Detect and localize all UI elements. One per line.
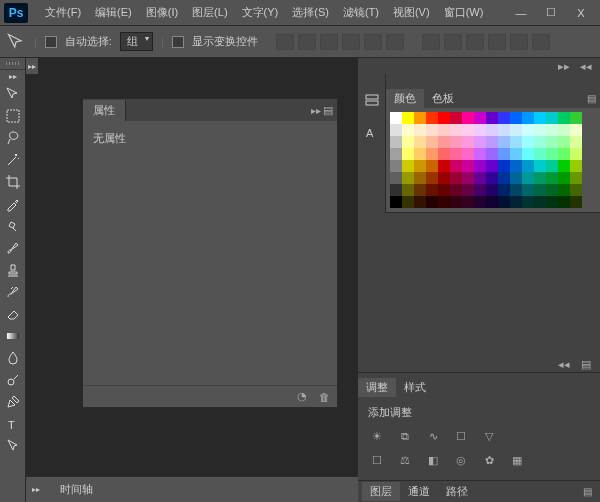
menu-select[interactable]: 选择(S) bbox=[285, 5, 336, 20]
color-swatch[interactable] bbox=[498, 172, 510, 184]
color-swatch[interactable] bbox=[546, 184, 558, 196]
window-close-button[interactable]: X bbox=[566, 0, 596, 26]
color-swatch[interactable] bbox=[402, 172, 414, 184]
color-swatch[interactable] bbox=[390, 196, 402, 208]
distribute-hcenter-icon[interactable] bbox=[510, 34, 528, 50]
move-tool-icon[interactable] bbox=[6, 32, 26, 52]
color-swatch[interactable] bbox=[498, 184, 510, 196]
window-minimize-button[interactable]: — bbox=[506, 0, 536, 26]
color-swatch[interactable] bbox=[558, 148, 570, 160]
color-swatch[interactable] bbox=[498, 148, 510, 160]
color-swatch[interactable] bbox=[534, 136, 546, 148]
stamp-tool[interactable] bbox=[1, 259, 25, 281]
color-swatch[interactable] bbox=[402, 136, 414, 148]
color-swatch[interactable] bbox=[546, 172, 558, 184]
color-swatch[interactable] bbox=[402, 112, 414, 124]
color-swatch[interactable] bbox=[450, 124, 462, 136]
exposure-icon[interactable]: ☐ bbox=[452, 428, 470, 444]
color-swatch[interactable] bbox=[522, 124, 534, 136]
color-swatch[interactable] bbox=[462, 136, 474, 148]
color-swatch[interactable] bbox=[570, 172, 582, 184]
wand-tool[interactable] bbox=[1, 149, 25, 171]
clip-icon[interactable]: ◔ bbox=[295, 390, 309, 404]
color-swatch[interactable] bbox=[486, 112, 498, 124]
color-swatch[interactable] bbox=[402, 160, 414, 172]
color-swatch[interactable] bbox=[546, 196, 558, 208]
color-swatch[interactable] bbox=[414, 148, 426, 160]
color-swatch[interactable] bbox=[462, 172, 474, 184]
canvas[interactable]: ▸▸ 属性 ▸▸ ▤ 无属性 ◔ 🗑 bbox=[26, 58, 358, 476]
layers-tab[interactable]: 图层 bbox=[362, 482, 400, 501]
channels-tab[interactable]: 通道 bbox=[400, 482, 438, 501]
swatch-tab[interactable]: 色板 bbox=[424, 89, 462, 108]
timeline-expand-icon[interactable]: ▸▸ bbox=[32, 485, 40, 494]
color-swatch[interactable] bbox=[486, 124, 498, 136]
menu-edit[interactable]: 编辑(E) bbox=[88, 5, 139, 20]
styles-tab[interactable]: 样式 bbox=[396, 378, 434, 397]
color-swatch[interactable] bbox=[534, 124, 546, 136]
color-swatch[interactable] bbox=[462, 148, 474, 160]
color-swatch[interactable] bbox=[426, 184, 438, 196]
menu-image[interactable]: 图像(I) bbox=[139, 5, 185, 20]
color-swatch[interactable] bbox=[546, 112, 558, 124]
distribute-right-icon[interactable] bbox=[532, 34, 550, 50]
align-bottom-icon[interactable] bbox=[320, 34, 338, 50]
color-swatch[interactable] bbox=[450, 184, 462, 196]
color-swatch[interactable] bbox=[474, 112, 486, 124]
distribute-top-icon[interactable] bbox=[422, 34, 440, 50]
collapse-icon[interactable]: ▸▸ bbox=[556, 59, 572, 73]
brush-tool[interactable] bbox=[1, 237, 25, 259]
color-tab[interactable]: 颜色 bbox=[386, 89, 424, 108]
color-swatch[interactable] bbox=[462, 184, 474, 196]
distribute-left-icon[interactable] bbox=[488, 34, 506, 50]
color-swatch[interactable] bbox=[522, 136, 534, 148]
color-swatch[interactable] bbox=[438, 172, 450, 184]
color-swatch[interactable] bbox=[390, 148, 402, 160]
crop-tool[interactable] bbox=[1, 171, 25, 193]
color-swatch[interactable] bbox=[426, 196, 438, 208]
panel-menu-icon[interactable]: ▸▸ ▤ bbox=[311, 104, 333, 117]
color-swatch[interactable] bbox=[522, 112, 534, 124]
color-swatch[interactable] bbox=[522, 160, 534, 172]
distribute-vcenter-icon[interactable] bbox=[444, 34, 462, 50]
align-right-icon[interactable] bbox=[386, 34, 404, 50]
color-swatch[interactable] bbox=[534, 112, 546, 124]
color-swatch[interactable] bbox=[486, 148, 498, 160]
tools-grip[interactable] bbox=[0, 58, 25, 70]
show-transform-checkbox[interactable] bbox=[172, 36, 184, 48]
eraser-tool[interactable] bbox=[1, 303, 25, 325]
color-swatch[interactable] bbox=[474, 148, 486, 160]
color-swatch[interactable] bbox=[510, 124, 522, 136]
color-swatch[interactable] bbox=[414, 160, 426, 172]
color-swatch[interactable] bbox=[462, 160, 474, 172]
collapse-icon-2[interactable]: ◂◂ bbox=[578, 59, 594, 73]
color-swatch[interactable] bbox=[450, 112, 462, 124]
character-icon[interactable]: A bbox=[362, 122, 382, 142]
menu-view[interactable]: 视图(V) bbox=[386, 5, 437, 20]
color-swatch[interactable] bbox=[414, 136, 426, 148]
color-swatch[interactable] bbox=[402, 124, 414, 136]
color-swatch[interactable] bbox=[390, 136, 402, 148]
color-swatch[interactable] bbox=[438, 184, 450, 196]
color-swatch[interactable] bbox=[390, 184, 402, 196]
color-swatch[interactable] bbox=[414, 172, 426, 184]
align-top-icon[interactable] bbox=[276, 34, 294, 50]
properties-tab[interactable]: 属性 bbox=[83, 100, 126, 121]
color-swatch[interactable] bbox=[414, 196, 426, 208]
dodge-tool[interactable] bbox=[1, 369, 25, 391]
timeline-tab[interactable]: 时间轴 bbox=[50, 479, 103, 500]
color-swatch[interactable] bbox=[438, 160, 450, 172]
color-swatch[interactable] bbox=[570, 160, 582, 172]
window-maximize-button[interactable]: ☐ bbox=[536, 0, 566, 26]
levels-icon[interactable]: ⧉ bbox=[396, 428, 414, 444]
color-swatch[interactable] bbox=[390, 112, 402, 124]
photo-filter-icon[interactable]: ◎ bbox=[452, 452, 470, 468]
color-swatch[interactable] bbox=[390, 124, 402, 136]
color-swatch[interactable] bbox=[426, 112, 438, 124]
color-swatch[interactable] bbox=[558, 112, 570, 124]
color-swatch[interactable] bbox=[390, 172, 402, 184]
color-swatch[interactable] bbox=[570, 124, 582, 136]
path-select-tool[interactable] bbox=[1, 435, 25, 457]
menu-filter[interactable]: 滤镜(T) bbox=[336, 5, 386, 20]
color-swatch[interactable] bbox=[450, 148, 462, 160]
